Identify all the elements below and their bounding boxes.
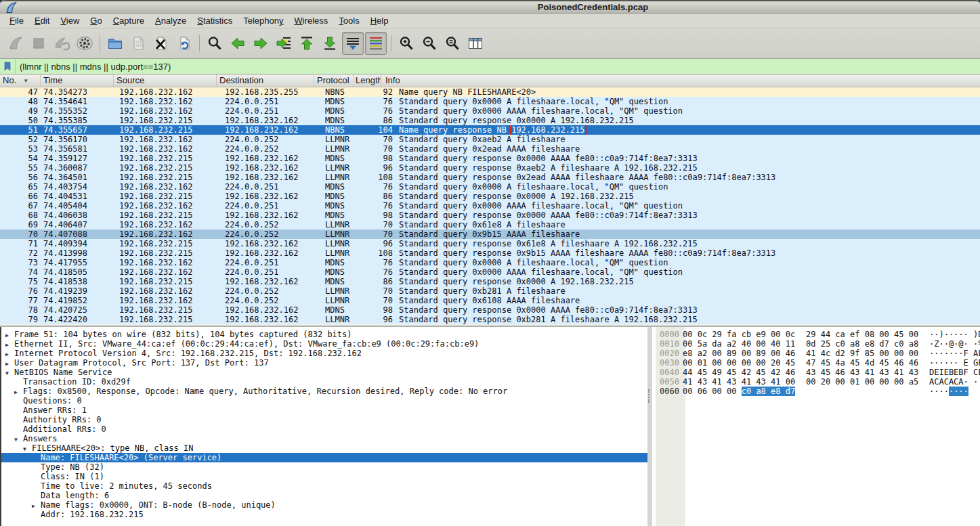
detail-line[interactable]: ▶Frame 51: 104 bytes on wire (832 bits),… xyxy=(1,330,647,339)
column-header-no[interactable]: No.▼ xyxy=(0,74,41,87)
collapse-arrow-icon[interactable]: ▼ xyxy=(14,435,23,443)
hex-row[interactable]: 001000 5a da a2 40 00 40 110d 25 c0 a8 e… xyxy=(652,339,980,349)
go-to-packet-button[interactable] xyxy=(273,32,295,55)
zoom-reset-button[interactable] xyxy=(442,32,463,55)
packet-row-56[interactable]: 5674.364501192.168.232.215192.168.232.16… xyxy=(0,173,980,182)
column-header-destination[interactable]: Destination xyxy=(217,74,314,87)
packet-row-70[interactable]: 7074.407088192.168.232.162224.0.0.252LLM… xyxy=(0,229,980,239)
hex-bytes: 00 0c 29 fa cb e9 00 0c xyxy=(683,330,798,339)
collapse-arrow-icon[interactable]: ▼ xyxy=(5,369,14,377)
menu-statistics[interactable]: Statistics xyxy=(192,14,238,27)
menu-telephony[interactable]: Telephony xyxy=(238,14,289,27)
zoom-out-button[interactable] xyxy=(419,32,440,55)
detail-line[interactable]: Name: FILESHAARE<20> (Server service) xyxy=(1,453,647,462)
detail-line[interactable]: ▼Answers xyxy=(1,434,647,443)
hex-row[interactable]: 003000 01 00 00 00 00 20 4547 45 4a 45 4… xyxy=(652,358,980,368)
detail-line[interactable]: ▶Flags: 0x8500, Response, Opcode: Name q… xyxy=(1,387,647,396)
go-first-packet-button[interactable] xyxy=(296,32,318,55)
detail-line[interactable]: Data length: 6 xyxy=(1,491,647,500)
packet-row-65[interactable]: 6574.403754192.168.232.162224.0.0.251MDN… xyxy=(0,182,980,192)
display-filter-input[interactable] xyxy=(16,60,980,73)
capture-options-button[interactable] xyxy=(74,32,95,55)
column-header-time[interactable]: Time xyxy=(41,74,114,87)
go-last-packet-button[interactable] xyxy=(319,32,341,55)
packet-row-74[interactable]: 7474.418505192.168.232.162224.0.0.251MDN… xyxy=(0,267,980,277)
detail-line[interactable]: ▼FILESHAARE<20>: type NB, class IN xyxy=(1,443,647,453)
packet-row-49[interactable]: 4974.355352192.168.232.162224.0.0.251MDN… xyxy=(0,106,980,116)
detail-line[interactable]: Class: IN (1) xyxy=(1,472,647,481)
detail-line[interactable]: ▶Internet Protocol Version 4, Src: 192.1… xyxy=(1,349,647,358)
colorize-packets-button[interactable] xyxy=(365,32,387,55)
menu-go[interactable]: Go xyxy=(85,14,107,27)
column-header-protocol[interactable]: Protocol xyxy=(314,74,354,87)
expand-arrow-icon[interactable]: ▶ xyxy=(5,350,14,358)
detail-line[interactable]: Additional RRs: 0 xyxy=(1,424,647,434)
packet-row-51[interactable]: 5174.355657192.168.232.215192.168.232.16… xyxy=(0,125,980,135)
zoom-in-button[interactable] xyxy=(396,32,417,55)
hex-row[interactable]: 006000 06 00 00 c0 a8 e8 d7········ xyxy=(652,387,980,396)
close-file-button[interactable] xyxy=(150,32,172,55)
column-header-no-label: No. xyxy=(3,75,16,85)
go-back-button[interactable] xyxy=(227,32,249,55)
expand-arrow-icon[interactable]: ▶ xyxy=(14,388,23,396)
detail-line[interactable]: Answer RRs: 1 xyxy=(1,406,647,415)
open-file-button[interactable] xyxy=(104,32,126,55)
packet-row-52[interactable]: 5274.356170192.168.232.162224.0.0.252LLM… xyxy=(0,135,980,144)
menu-help[interactable]: Help xyxy=(365,14,394,27)
packet-row-73[interactable]: 7374.417955192.168.232.162224.0.0.251MDN… xyxy=(0,258,980,267)
detail-line[interactable]: Transaction ID: 0xd29f xyxy=(1,377,647,387)
detail-line[interactable]: ▼NetBIOS Name Service xyxy=(1,368,647,377)
detail-line[interactable]: ▶Ethernet II, Src: VMware_44:ca:ef (00:0… xyxy=(1,339,647,349)
detail-line[interactable]: ▶Name flags: 0x0000, ONT: B-node (B-node… xyxy=(1,500,647,510)
expand-arrow-icon[interactable]: ▶ xyxy=(5,341,14,349)
expand-arrow-icon[interactable]: ▶ xyxy=(5,331,14,339)
column-header-info[interactable]: Info xyxy=(381,74,980,87)
packet-row-66[interactable]: 6674.404531192.168.232.215192.168.232.16… xyxy=(0,192,980,201)
resize-columns-button[interactable] xyxy=(465,32,486,55)
detail-line[interactable]: Addr: 192.168.232.215 xyxy=(1,510,647,519)
reload-file-button[interactable] xyxy=(173,32,195,55)
menu-capture[interactable]: Capture xyxy=(108,14,150,27)
go-forward-button[interactable] xyxy=(250,32,272,55)
packet-row-69[interactable]: 6974.406407192.168.232.162224.0.0.252LLM… xyxy=(0,220,980,229)
detail-line[interactable]: Authority RRs: 0 xyxy=(1,415,647,424)
packet-row-72[interactable]: 7274.413998192.168.232.215192.168.232.16… xyxy=(0,248,980,258)
detail-line[interactable]: Type: NB (32) xyxy=(1,462,647,472)
packet-row-77[interactable]: 7774.419852192.168.232.162224.0.0.252LLM… xyxy=(0,296,980,305)
expand-arrow-icon[interactable]: ▶ xyxy=(32,502,41,510)
menu-edit[interactable]: Edit xyxy=(29,14,55,27)
menu-wireless[interactable]: Wireless xyxy=(289,14,334,27)
hex-row[interactable]: 000000 0c 29 fa cb e9 00 0c29 44 ca ef 0… xyxy=(652,330,980,339)
menu-file[interactable]: File xyxy=(4,14,29,27)
filter-bookmark-button[interactable] xyxy=(0,59,16,74)
detail-line[interactable]: ▶User Datagram Protocol, Src Port: 137, … xyxy=(1,358,647,368)
menu-analyze[interactable]: Analyze xyxy=(150,14,192,27)
packet-row-68[interactable]: 6874.406038192.168.232.215192.168.232.16… xyxy=(0,211,980,220)
hex-row[interactable]: 004044 45 49 45 42 45 42 4643 45 46 43 4… xyxy=(652,368,980,377)
packet-row-50[interactable]: 5074.355385192.168.232.215192.168.232.16… xyxy=(0,116,980,125)
packet-row-55[interactable]: 5574.360087192.168.232.215192.168.232.16… xyxy=(0,163,980,173)
packet-row-75[interactable]: 7574.418538192.168.232.215192.168.232.16… xyxy=(0,277,980,286)
packet-row-54[interactable]: 5474.359127192.168.232.215192.168.232.16… xyxy=(0,154,980,163)
title-bar[interactable]: PoisonedCredentials.pcap xyxy=(0,0,980,14)
packet-row-71[interactable]: 7174.409394192.168.232.215192.168.232.16… xyxy=(0,239,980,248)
hex-row[interactable]: 005041 43 41 43 41 43 41 0000 20 00 01 0… xyxy=(652,377,980,387)
packet-row-47[interactable]: 4774.354273192.168.232.162192.168.235.25… xyxy=(0,87,980,97)
expand-arrow-icon[interactable]: ▶ xyxy=(5,359,14,368)
packet-row-48[interactable]: 4874.354641192.168.232.162224.0.0.251MDN… xyxy=(0,97,980,106)
packet-row-53[interactable]: 5374.356581192.168.232.162224.0.0.252LLM… xyxy=(0,144,980,154)
find-packet-button[interactable] xyxy=(204,32,226,55)
packet-row-76[interactable]: 7674.419239192.168.232.162224.0.0.252LLM… xyxy=(0,286,980,296)
collapse-arrow-icon[interactable]: ▼ xyxy=(23,445,32,453)
menu-view[interactable]: View xyxy=(55,14,85,27)
column-header-source[interactable]: Source xyxy=(114,74,217,87)
packet-row-79[interactable]: 7974.422420192.168.232.215192.168.232.16… xyxy=(0,315,980,324)
hex-row[interactable]: 0020e8 a2 00 89 00 89 00 4641 4c d2 9f 8… xyxy=(652,349,980,358)
menu-tools[interactable]: Tools xyxy=(333,14,364,27)
detail-line[interactable]: Time to live: 2 minutes, 45 seconds xyxy=(1,481,647,491)
detail-line[interactable]: Questions: 0 xyxy=(1,396,647,406)
packet-row-78[interactable]: 7874.420725192.168.232.215192.168.232.16… xyxy=(0,305,980,315)
packet-row-67[interactable]: 6774.405404192.168.232.162224.0.0.251MDN… xyxy=(0,201,980,211)
column-header-length[interactable]: Length xyxy=(354,74,381,87)
auto-scroll-button[interactable] xyxy=(342,32,364,55)
